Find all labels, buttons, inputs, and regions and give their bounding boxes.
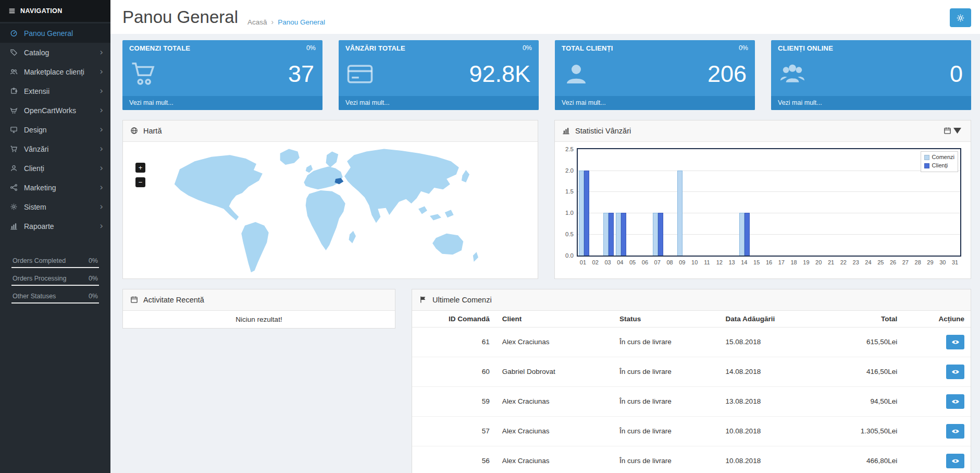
sidebar-item-label: Panou General [24, 29, 73, 38]
zoom-in-button[interactable]: + [135, 163, 145, 173]
map-panel-title: Hartă [143, 127, 162, 135]
sales-chart-header: Statistici Vânzări [555, 120, 971, 142]
x-axis-label: 21 [828, 259, 834, 265]
stat-value: 0% [89, 257, 98, 264]
order-total: 615,50Lei [825, 327, 903, 357]
x-axis-label: 02 [592, 259, 599, 265]
order-id: 59 [412, 386, 496, 416]
sidebar-item-label: Vânzări [24, 145, 48, 153]
tile-title: COMENZI TOTALE [129, 44, 190, 52]
chart-bar-clienti [745, 213, 750, 256]
breadcrumb-home[interactable]: Acasă [247, 18, 267, 26]
bottom-row: Activitate Recentă Niciun rezultat! Ulti… [122, 289, 971, 473]
order-date: 15.08.2018 [720, 327, 826, 357]
breadcrumb-separator-icon: › [271, 18, 274, 26]
tile-title: TOTAL CLIENȚI [562, 44, 613, 52]
calendar-icon [944, 127, 951, 135]
tile-percent: 0% [523, 44, 532, 52]
view-order-button[interactable] [946, 424, 964, 439]
orders-table-header-row: ID ComandăClientStatusData AdăugăriiTota… [412, 311, 971, 328]
tile-see-more-link[interactable]: Vezi mai mult... [555, 96, 755, 110]
main-area: Panou General Acasă › Panou General COME… [110, 0, 980, 473]
order-id: 57 [412, 416, 496, 446]
sidebar-item-label: OpenCartWorks [24, 106, 76, 115]
breadcrumb: Acasă › Panou General [247, 18, 325, 26]
sidebar-item-marketplace-clienti[interactable]: Marketplace clienți› [0, 62, 110, 81]
chevron-right-icon: › [100, 48, 103, 57]
order-row: 56 Alex Craciunas În curs de livrare 10.… [412, 446, 971, 473]
order-status: În curs de livrare [613, 357, 720, 386]
map-panel-header: Hartă [123, 120, 538, 142]
tile-see-more-link[interactable]: Vezi mai mult... [339, 96, 539, 110]
chevron-right-icon: › [100, 125, 103, 134]
tile-value: 92.8K [469, 62, 530, 86]
tile-value: 37 [288, 62, 314, 86]
sidebar-item-design[interactable]: Design› [0, 120, 110, 139]
x-axis-label: 03 [604, 259, 611, 265]
order-action-cell [903, 357, 971, 386]
stat-tiles-row: COMENZI TOTALE 0% 37 Vezi mai mult... VÂ… [122, 40, 971, 110]
settings-button[interactable] [950, 8, 971, 27]
sales-chart-title: Statistici Vânzări [575, 127, 631, 135]
breadcrumb-current[interactable]: Panou General [278, 18, 325, 26]
view-order-button[interactable] [946, 454, 964, 468]
tile-see-more-link[interactable]: Vezi mai mult... [771, 96, 971, 110]
user-icon [9, 164, 18, 172]
sidebar-item-opencartworks[interactable]: OpenCartWorks› [0, 101, 110, 120]
order-action-cell [903, 446, 971, 473]
sidebar-item-marketing[interactable]: Marketing› [0, 178, 110, 197]
eye-icon [951, 338, 960, 346]
order-row: 60 Gabriel Dobrovat În curs de livrare 1… [412, 357, 971, 386]
view-order-button[interactable] [946, 365, 964, 379]
tile-title: CLIENȚI ONLINE [778, 44, 833, 52]
sidebar-item-catalog[interactable]: Catalog› [0, 43, 110, 62]
opencart-icon [9, 106, 18, 114]
order-client: Alex Craciunas [496, 386, 613, 416]
chart-range-button[interactable] [941, 125, 963, 137]
chart-bar-comenzi [739, 213, 745, 256]
sidebar-item-extensii[interactable]: Extensii› [0, 81, 110, 101]
chart-bar-clienti [621, 213, 626, 256]
order-date: 10.08.2018 [720, 446, 826, 473]
stat-value: 0% [89, 293, 98, 300]
tile-value: 206 [708, 62, 747, 86]
tile-value: 0 [950, 62, 963, 86]
view-order-button[interactable] [946, 335, 964, 349]
tile-total-clienti: TOTAL CLIENȚI 0% 206 Vezi mai mult... [555, 40, 755, 110]
sidebar-nav: Panou GeneralCatalog›Marketplace clienți… [0, 22, 110, 236]
x-axis-label: 06 [642, 259, 648, 265]
tile-comenzi-totale: COMENZI TOTALE 0% 37 Vezi mai mult... [122, 40, 322, 110]
chevron-right-icon: › [100, 87, 103, 95]
sidebar-item-clienti[interactable]: Clienți› [0, 159, 110, 178]
chevron-right-icon: › [100, 164, 103, 173]
sidebar-item-label: Design [24, 126, 47, 134]
y-axis-label: 2.5 [565, 146, 574, 152]
legend-item: Clienți [924, 162, 954, 170]
chart-gridline [578, 171, 960, 171]
sidebar-item-vanzari[interactable]: Vânzări› [0, 139, 110, 159]
x-axis-label: 05 [629, 259, 636, 265]
legend-label: Comenzi [932, 153, 954, 162]
tile-clienti-online: CLIENȚI ONLINE 0 Vezi mai mult... [771, 40, 971, 110]
x-axis-label: 10 [691, 259, 698, 265]
tile-see-more-link[interactable]: Vezi mai mult... [122, 96, 322, 110]
order-status: În curs de livrare [613, 386, 720, 416]
x-axis-label: 17 [778, 259, 785, 265]
zoom-out-button[interactable]: − [135, 177, 145, 187]
order-id: 56 [412, 446, 496, 473]
sidebar-item-panou-general[interactable]: Panou General [0, 23, 110, 43]
legend-label: Clienți [932, 162, 948, 170]
chart-x-axis: 0102030405060708091011121314151617181920… [577, 257, 961, 268]
sidebar-item-rapoarte[interactable]: Rapoarte› [0, 216, 110, 236]
recent-activity-title: Activitate Recentă [143, 296, 204, 304]
sidebar-item-sistem[interactable]: Sistem› [0, 197, 110, 216]
view-order-button[interactable] [946, 394, 964, 409]
eye-icon [951, 368, 960, 376]
eye-icon [951, 427, 960, 435]
orders-col-status: Status [613, 311, 720, 328]
x-axis-label: 26 [890, 259, 896, 265]
chart-gridline [578, 213, 960, 213]
order-total: 94,50Lei [825, 386, 903, 416]
gear-icon [9, 203, 18, 211]
world-map[interactable]: + − [123, 142, 538, 278]
